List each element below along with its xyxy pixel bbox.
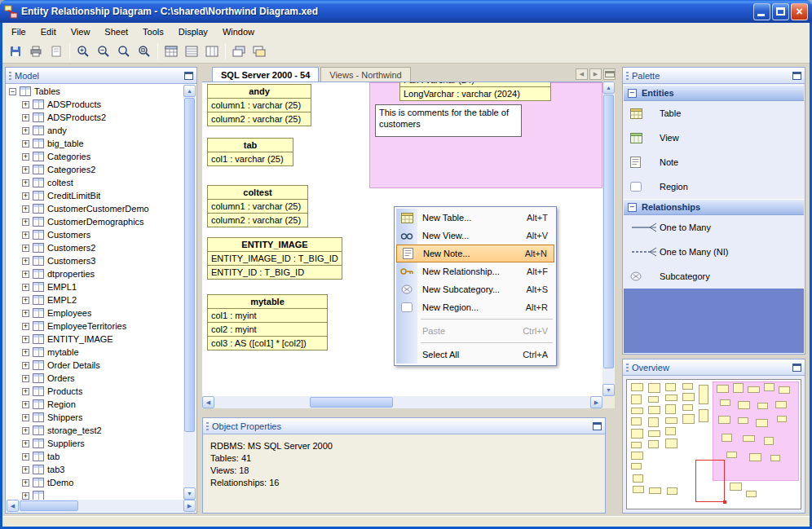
float-panel-icon[interactable] (184, 72, 193, 80)
palette-item-region[interactable]: Region (624, 174, 804, 199)
tree-item-order-details[interactable]: +Order Details (7, 359, 183, 372)
tree-item-big_table[interactable]: +big_table (7, 137, 183, 150)
collapse-icon[interactable]: − (628, 203, 637, 212)
layers-button[interactable] (229, 42, 249, 60)
overview-minimap[interactable] (626, 379, 801, 509)
expand-icon[interactable]: + (22, 453, 29, 461)
context-menu-item-new-subcategory[interactable]: New Subcategory...Alt+S (396, 280, 554, 298)
tree-item-customerdemographics[interactable]: +CustomerDemographics (7, 215, 183, 228)
tree-item-mytable[interactable]: +mytable (7, 346, 183, 359)
close-button[interactable]: × (791, 3, 808, 20)
tab-sql-server[interactable]: SQL Server 2000 - 54 (212, 67, 319, 82)
tree-item-categories2[interactable]: +Categories2 (7, 163, 183, 176)
scroll-right-button[interactable]: ▶ (590, 396, 602, 408)
expand-icon[interactable]: + (22, 231, 29, 239)
tree-item-adsproducts[interactable]: +ADSProducts (7, 98, 183, 111)
expand-icon[interactable]: + (22, 401, 29, 408)
zoom-out-button[interactable] (94, 42, 113, 60)
context-menu-item-new-note[interactable]: New Note...Alt+N (396, 245, 554, 262)
save-button[interactable] (6, 42, 25, 60)
tree-item-coltest[interactable]: +coltest (7, 176, 183, 189)
expand-icon[interactable]: + (22, 362, 29, 369)
float-panel-icon[interactable] (792, 364, 801, 372)
palette-item-subcategory[interactable]: Subcategory (624, 264, 804, 289)
palette-item-note[interactable]: Note (624, 150, 804, 174)
entity-table-entity-image[interactable]: ENTITY_IMAGE ENTITY_IMAGE_ID : T_BIG_ID … (207, 237, 342, 280)
menu-window[interactable]: Window (215, 24, 262, 39)
entity-table-tab[interactable]: tab col1 : varchar (25) (207, 138, 293, 166)
expand-icon[interactable]: + (22, 166, 29, 174)
expand-icon[interactable]: + (22, 179, 29, 187)
float-panel-icon[interactable] (593, 422, 602, 430)
palette-item-table[interactable]: Table (624, 101, 804, 126)
expand-icon[interactable]: + (22, 140, 29, 148)
model-hscrollbar[interactable]: ◀ ▶ (7, 500, 196, 512)
tree-item-tdemo[interactable]: +tDemo (7, 476, 183, 489)
tree-item-employeeterritories[interactable]: +EmployeeTerritories (7, 320, 183, 333)
menu-file[interactable]: File (4, 24, 33, 39)
page-setup-button[interactable] (46, 42, 66, 60)
print-button[interactable] (26, 42, 46, 60)
context-menu-item-paste[interactable]: PasteCtrl+V (396, 322, 554, 340)
expand-icon[interactable]: + (22, 310, 29, 317)
expand-icon[interactable]: + (22, 284, 29, 291)
expand-icon[interactable]: + (22, 114, 29, 121)
tree-item-orders[interactable]: +Orders (7, 372, 183, 385)
context-menu-item-new-view[interactable]: New View...Alt+V (396, 227, 554, 245)
zoom-in-button[interactable] (73, 42, 93, 60)
diagram-note[interactable]: This is comments for the table of custom… (375, 104, 522, 137)
scroll-thumb[interactable] (603, 95, 614, 368)
entity-table-andy[interactable]: andy column1 : varchar (25) column2 : va… (207, 84, 311, 126)
context-menu-item-select-all[interactable]: Select AllCtrl+A (396, 346, 554, 364)
scroll-right-button[interactable]: ▶ (183, 500, 196, 512)
expand-icon[interactable]: + (22, 349, 29, 356)
minimap-viewport-handle[interactable] (723, 500, 726, 504)
expand-icon[interactable]: + (22, 245, 29, 252)
expand-icon[interactable]: + (22, 218, 29, 226)
expand-icon[interactable]: + (22, 427, 29, 434)
zoom-100-button[interactable] (114, 42, 134, 60)
tree-item-empl1[interactable]: +EMPL1 (7, 280, 183, 293)
expand-icon[interactable]: + (22, 375, 29, 382)
tree-item-dtproperties[interactable]: +dtproperties (7, 267, 183, 280)
expand-icon[interactable]: + (22, 127, 29, 134)
expand-icon[interactable]: + (22, 101, 29, 108)
tree-item-employees[interactable]: +Employees (7, 306, 183, 320)
scroll-thumb[interactable] (184, 98, 195, 432)
expand-icon[interactable]: + (22, 466, 29, 474)
show-rows-button[interactable] (182, 42, 201, 60)
tab-views-northwind[interactable]: Views - Northwind (320, 67, 410, 82)
tree-item-partial[interactable]: + (7, 489, 183, 500)
tree-item-adsproducts2[interactable]: +ADSProducts2 (7, 111, 183, 124)
palette-item-one-to-many[interactable]: One to Many (624, 215, 804, 240)
tab-scroll-left-button[interactable]: ◀ (576, 68, 588, 80)
maximize-button[interactable] (772, 3, 789, 20)
context-menu-item-new-table[interactable]: New Table...Alt+T (396, 209, 554, 227)
menu-edit[interactable]: Edit (33, 24, 64, 39)
expand-icon[interactable]: + (22, 153, 29, 161)
tree-item-customers3[interactable]: +Customers3 (7, 254, 183, 267)
expand-icon[interactable]: + (22, 297, 29, 304)
model-vscrollbar[interactable]: ▲ ▼ (183, 85, 196, 500)
float-panel-icon[interactable] (792, 72, 801, 80)
tree-item-customercustomerdemo[interactable]: +CustomerCustomerDemo (7, 202, 183, 215)
tree-item-empl2[interactable]: +EMPL2 (7, 293, 183, 306)
menu-tools[interactable]: Tools (135, 24, 171, 39)
canvas-hscrollbar[interactable]: ◀ ▶ (202, 396, 602, 408)
tree-item-andy[interactable]: +andy (7, 124, 183, 137)
expand-icon[interactable]: + (22, 192, 29, 200)
canvas-vscrollbar[interactable]: ▲ ▼ (602, 82, 615, 396)
expand-icon[interactable]: + (22, 205, 29, 213)
show-columns-button[interactable] (202, 42, 222, 60)
scroll-down-button[interactable]: ▼ (602, 384, 615, 396)
show-grid-button[interactable] (161, 42, 181, 60)
tree-item-storage_test2[interactable]: +storage_test2 (7, 424, 183, 437)
tree-item-region[interactable]: +Region (7, 398, 183, 411)
entity-table-partial[interactable]: Fax : varchar (24) LongVarchar : varchar… (399, 82, 551, 101)
scroll-up-button[interactable]: ▲ (183, 85, 196, 97)
collapse-icon[interactable]: − (9, 88, 16, 95)
entity-table-mytable[interactable]: mytable col1 : myint col2 : myint col3 :… (207, 294, 328, 350)
scroll-left-button[interactable]: ◀ (7, 500, 19, 512)
expand-icon[interactable]: + (22, 336, 29, 343)
collapse-icon[interactable]: − (628, 89, 637, 98)
